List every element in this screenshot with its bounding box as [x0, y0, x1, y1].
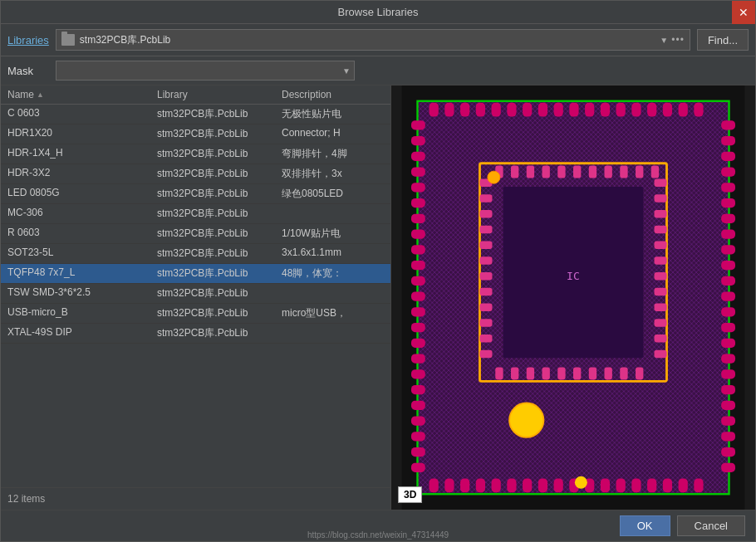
- svg-rect-101: [636, 166, 643, 178]
- mask-input-container[interactable]: ▼: [56, 61, 355, 81]
- svg-rect-28: [476, 478, 485, 492]
- svg-rect-129: [655, 242, 667, 249]
- svg-rect-134: [655, 319, 667, 326]
- cell-name: LED 0805G: [7, 187, 157, 201]
- svg-rect-69: [721, 167, 735, 176]
- svg-rect-115: [479, 210, 492, 217]
- cell-description: [282, 286, 384, 300]
- svg-rect-47: [411, 183, 425, 192]
- table-row[interactable]: HDR1X20stm32PCB库.PcbLibConnector; H: [1, 125, 390, 144]
- cell-library: stm32PCB库.PcbLib: [157, 326, 282, 340]
- cell-name: C 0603: [7, 107, 157, 121]
- col-header-name[interactable]: Name ▲: [7, 89, 157, 100]
- cell-description: 绿色0805LED: [282, 187, 384, 201]
- svg-rect-100: [620, 166, 627, 178]
- svg-rect-75: [721, 261, 735, 270]
- col-header-description[interactable]: Description: [282, 89, 384, 100]
- svg-rect-125: [655, 179, 667, 187]
- mask-row: Mask ▼: [1, 56, 755, 85]
- svg-rect-17: [585, 103, 594, 117]
- svg-rect-85: [721, 416, 735, 425]
- table-row[interactable]: SOT23-5Lstm32PCB库.PcbLib3x1.6x1.1mm: [1, 244, 390, 264]
- svg-rect-121: [479, 304, 492, 311]
- svg-rect-95: [542, 166, 549, 178]
- table-body: C 0603stm32PCB库.PcbLib无极性贴片电HDR1X20stm32…: [1, 105, 390, 487]
- more-options-button[interactable]: •••: [671, 34, 685, 46]
- cell-description: micro型USB，: [282, 306, 384, 320]
- svg-rect-18: [601, 103, 610, 117]
- svg-rect-62: [411, 416, 425, 425]
- svg-rect-24: [694, 103, 703, 117]
- sort-arrow-icon: ▲: [37, 90, 44, 99]
- svg-rect-119: [479, 272, 492, 280]
- mask-dropdown-icon[interactable]: ▼: [342, 66, 351, 76]
- svg-rect-21: [647, 103, 656, 117]
- svg-rect-16: [569, 103, 578, 117]
- svg-rect-59: [411, 369, 425, 378]
- table-row[interactable]: LED 0805Gstm32PCB库.PcbLib绿色0805LED: [1, 184, 390, 204]
- svg-rect-70: [721, 183, 735, 192]
- cell-name: XTAL-49S DIP: [7, 326, 157, 340]
- svg-rect-12: [507, 103, 516, 117]
- svg-rect-71: [721, 198, 735, 208]
- svg-rect-86: [721, 432, 735, 441]
- cell-name: HDR-1X4_H: [7, 147, 157, 161]
- watermark: https://blog.csdn.net/weixin_47314449: [307, 530, 449, 540]
- svg-text:IC: IC: [567, 270, 580, 282]
- svg-rect-106: [542, 367, 549, 379]
- table-row[interactable]: HDR-1X4_Hstm32PCB库.PcbLib弯脚排针，4脚: [1, 144, 390, 164]
- svg-rect-120: [479, 288, 492, 295]
- title-bar: Browse Libraries ✕: [1, 1, 755, 24]
- ok-button[interactable]: OK: [620, 515, 670, 536]
- cell-library: stm32PCB库.PcbLib: [157, 147, 282, 161]
- table-row[interactable]: HDR-3X2stm32PCB库.PcbLib双排排针，3x: [1, 164, 390, 184]
- svg-rect-38: [631, 478, 641, 492]
- svg-rect-15: [554, 103, 563, 117]
- mask-input[interactable]: [60, 65, 342, 76]
- close-button[interactable]: ✕: [732, 1, 755, 24]
- table-row[interactable]: R 0603stm32PCB库.PcbLib1/10W贴片电: [1, 224, 390, 244]
- main-area: Name ▲ Library Description C 0603stm32PC…: [1, 85, 755, 510]
- find-button[interactable]: Find...: [697, 29, 749, 51]
- table-row[interactable]: C 0603stm32PCB库.PcbLib无极性贴片电: [1, 105, 390, 125]
- svg-rect-112: [636, 367, 643, 379]
- lib-path-container: stm32PCB库.PcbLib ▼ •••: [56, 29, 690, 51]
- right-pads: [721, 120, 735, 472]
- svg-rect-81: [721, 354, 735, 363]
- table-row[interactable]: TSW SMD-3*6*2.5stm32PCB库.PcbLib: [1, 284, 390, 304]
- svg-rect-49: [411, 214, 425, 223]
- svg-rect-108: [573, 367, 581, 379]
- svg-rect-23: [679, 103, 688, 117]
- cell-name: HDR-3X2: [7, 167, 157, 181]
- 3d-button[interactable]: 3D: [398, 486, 422, 503]
- table-row[interactable]: XTAL-49S DIPstm32PCB库.PcbLib: [1, 324, 390, 344]
- table-row[interactable]: TQFP48 7x7_Lstm32PCB库.PcbLib48脚，体宽：: [1, 264, 390, 284]
- svg-rect-39: [647, 478, 656, 492]
- svg-rect-114: [479, 194, 492, 202]
- svg-rect-63: [411, 432, 425, 441]
- svg-rect-79: [721, 323, 735, 332]
- svg-rect-111: [620, 367, 627, 379]
- svg-rect-31: [523, 478, 532, 492]
- table-row[interactable]: MC-306stm32PCB库.PcbLib: [1, 204, 390, 224]
- svg-rect-55: [411, 307, 425, 316]
- cell-description: Connector; H: [282, 127, 384, 141]
- svg-rect-123: [479, 334, 492, 342]
- svg-rect-52: [411, 261, 425, 270]
- table-row[interactable]: USB-micro_Bstm32PCB库.PcbLibmicro型USB，: [1, 304, 390, 324]
- cell-name: USB-micro_B: [7, 306, 157, 320]
- svg-rect-36: [601, 478, 610, 492]
- cell-library: stm32PCB库.PcbLib: [157, 127, 282, 141]
- svg-rect-50: [411, 229, 425, 238]
- cell-name: MC-306: [7, 207, 157, 221]
- libraries-label[interactable]: Libraries: [7, 34, 49, 46]
- cell-library: stm32PCB库.PcbLib: [157, 187, 282, 201]
- dropdown-arrow-icon[interactable]: ▼: [660, 36, 668, 45]
- left-pads: [411, 120, 425, 472]
- mask-label: Mask: [7, 65, 49, 77]
- svg-rect-107: [557, 367, 565, 379]
- svg-point-139: [509, 403, 543, 437]
- cancel-button[interactable]: Cancel: [677, 515, 745, 536]
- col-header-library[interactable]: Library: [157, 89, 282, 100]
- svg-rect-22: [663, 103, 672, 117]
